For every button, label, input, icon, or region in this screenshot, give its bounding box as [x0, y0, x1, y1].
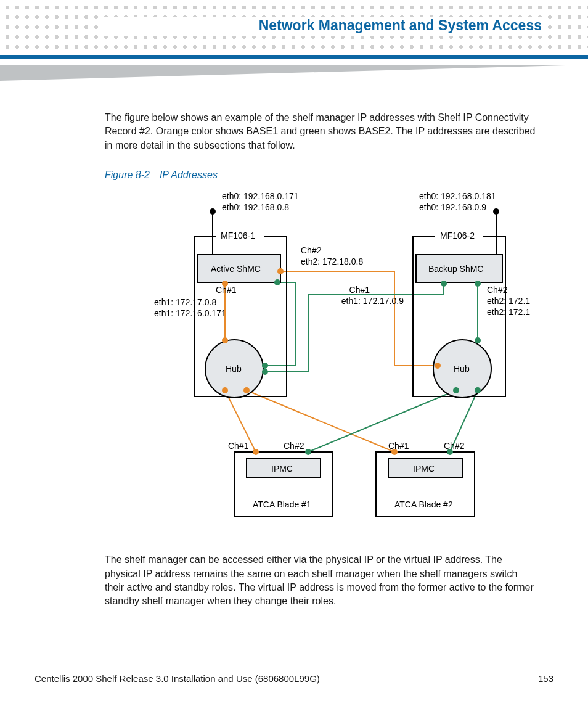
ipmc1-label: IPMC: [271, 464, 293, 474]
blade2-ch1: Ch#1: [388, 441, 409, 451]
blade2-label: ATCA Blade #2: [394, 499, 453, 509]
right-ch2: Ch#2: [487, 285, 508, 295]
mid-ch1-label: Ch#1: [349, 285, 370, 295]
page-title: Network Management and System Access: [259, 17, 542, 34]
svg-point-37: [305, 449, 311, 455]
blade1-ch2: Ch#2: [284, 441, 304, 451]
svg-point-34: [453, 387, 459, 393]
page-number: 153: [538, 673, 553, 684]
svg-point-19: [210, 208, 216, 215]
footer-doc-title: Centellis 2000 Shelf Release 3.0 Install…: [35, 673, 320, 684]
svg-point-23: [274, 279, 280, 285]
svg-point-27: [262, 369, 268, 375]
right-eth0-b: eth0: 192.168.0.9: [419, 202, 486, 212]
blade2-ch2: Ch#2: [444, 441, 465, 451]
svg-point-29: [243, 387, 250, 393]
mf106-1-label: MF106-1: [221, 231, 255, 240]
left-eth0-b: eth0: 192.168.0.8: [222, 202, 289, 212]
left-ch1: Ch#1: [216, 285, 237, 295]
blade1-label: ATCA Blade #1: [253, 499, 311, 509]
header-rule: [0, 55, 588, 59]
svg-line-2: [247, 390, 394, 452]
right-eth0-a: eth0: 192.168.0.181: [419, 191, 496, 201]
svg-point-28: [222, 387, 228, 393]
figure-caption: Figure 8-2 IP Addresses: [105, 170, 536, 181]
svg-point-21: [493, 208, 499, 215]
hub1-label: Hub: [226, 364, 242, 374]
svg-point-24: [277, 268, 284, 274]
followup-paragraph: The shelf manager can be accessed either…: [105, 553, 536, 609]
left-eth1-a: eth1: 172.17.0.8: [154, 297, 216, 307]
left-eth0-a: eth0: 192.168.0.171: [222, 191, 299, 201]
mid-eth2: eth2: 172.18.0.8: [301, 257, 363, 266]
blade1-ch1: Ch#1: [228, 441, 249, 451]
svg-point-32: [475, 281, 481, 287]
ipmc2-label: IPMC: [413, 464, 435, 474]
hub2-label: Hub: [454, 364, 470, 374]
left-eth1-b: eth1: 172.16.0.171: [154, 308, 226, 318]
footer-rule: [35, 667, 553, 668]
mid-eth1: eth1: 172.17.0.9: [341, 296, 404, 306]
svg-line-4: [308, 390, 456, 452]
right-eth2-a: eth2: 172.18.0.9: [487, 296, 530, 306]
mf106-2-label: MF106-2: [440, 231, 475, 240]
mid-ch2: Ch#2: [301, 245, 322, 255]
svg-point-36: [253, 449, 259, 455]
svg-point-25: [222, 337, 228, 343]
active-shmc-label: Active ShMC: [211, 264, 261, 274]
ip-addresses-diagram: MF106-1 MF106-2 Active ShMC Backup ShMC …: [154, 187, 530, 532]
right-eth2-b: eth2: 172.16.0.181: [487, 307, 530, 317]
svg-point-33: [475, 337, 481, 343]
svg-point-26: [262, 363, 268, 369]
intro-paragraph: The figure below shows an example of the…: [105, 111, 536, 152]
header-wedge: [0, 65, 588, 81]
svg-point-30: [435, 363, 441, 369]
backup-shmc-label: Backup ShMC: [428, 264, 483, 274]
svg-point-31: [441, 281, 447, 287]
svg-point-35: [475, 387, 481, 393]
